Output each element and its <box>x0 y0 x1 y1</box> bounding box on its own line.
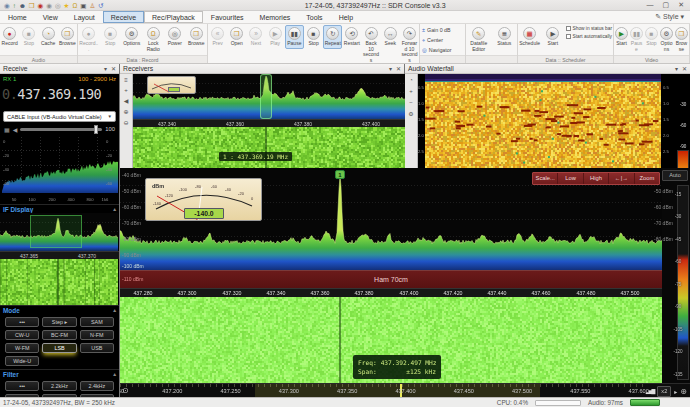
mode-button-wide-u[interactable]: Wide-U <box>5 356 39 366</box>
mode-button-bc-fm[interactable]: BC-FM <box>42 330 76 340</box>
zoom-in-icon[interactable]: + <box>409 88 413 94</box>
ribbon-button-cache[interactable]: ◔Cache <box>39 25 58 49</box>
ribbon-button-stop[interactable]: ■Stop <box>100 25 122 49</box>
ribbon-button-back-10-seconds[interactable]: ↶Back 10 seconds <box>362 25 381 65</box>
mode-button-sam[interactable]: SAM <box>80 317 114 327</box>
maximize-button[interactable]: ▢ <box>663 1 670 9</box>
favourite-icon[interactable]: ★ <box>64 2 70 9</box>
ribbon-button-pause[interactable]: ▮▮Pause <box>629 25 644 54</box>
tab-rec-playback[interactable]: Rec/Playback <box>144 11 203 23</box>
tab-receive[interactable]: Receive <box>103 11 144 23</box>
ribbon-button-seek[interactable]: ↔Seek <box>381 25 400 49</box>
spectrum-button--[interactable]: ←|→ <box>609 173 634 184</box>
filter-button--[interactable]: ••• <box>5 381 39 391</box>
style-button[interactable]: ✎ Style ▾ <box>649 11 690 23</box>
collapse-icon[interactable]: ▴ <box>113 206 116 212</box>
collapse-icon[interactable]: ▴ <box>113 371 116 377</box>
settings-icon[interactable]: ⚙ <box>408 110 413 117</box>
spectrum-toggle-icon[interactable]: ▦ <box>4 126 10 133</box>
checkbox-start-automatically[interactable]: Start automatically <box>566 34 612 39</box>
audio-mute-icon[interactable]: ◀ <box>124 97 129 104</box>
user-icon[interactable]: ♙ <box>89 2 95 9</box>
expand-icon[interactable]: ▸ <box>674 388 677 395</box>
lock-icon[interactable]: Ω <box>72 2 77 9</box>
spectrum-button-high[interactable]: High <box>584 173 609 184</box>
tab-view[interactable]: View <box>35 11 66 23</box>
zoom-in-icon[interactable]: ⊕ <box>123 108 128 115</box>
ribbon-button-center[interactable]: ⌖Center <box>420 36 465 45</box>
upload-icon[interactable]: ↑ <box>13 2 16 9</box>
ribbon-button-forward-10-seconds[interactable]: ↷Forward 10 seconds <box>400 25 419 65</box>
if-spectrum[interactable] <box>0 213 119 251</box>
receiver-waterfall[interactable] <box>133 127 405 168</box>
spectrum-button-low[interactable]: Low <box>558 173 583 184</box>
ribbon-button-start[interactable]: ▶Start <box>541 25 564 49</box>
collapse-icon[interactable]: ▴ <box>113 307 116 313</box>
ribbon-button-next[interactable]: »Next <box>246 25 265 49</box>
ribbon-button-status[interactable]: ≣Status <box>492 25 518 49</box>
ribbon-button-stop[interactable]: ■Stop <box>644 25 659 49</box>
tab-home[interactable]: Home <box>0 11 35 23</box>
ribbon-button-datafile-editor[interactable]: ✎Datafile Editor <box>466 25 492 54</box>
ribbon-button-lock-radio[interactable]: ΩLock Radio <box>143 25 165 54</box>
if-waterfall[interactable] <box>0 259 118 305</box>
filter-button-2.4khz[interactable]: 2.4kHz <box>80 381 114 391</box>
ribbon-button-power[interactable]: ◎Power <box>164 25 186 49</box>
zoom-out-icon[interactable]: ⊖ <box>123 119 128 126</box>
add-receiver-icon[interactable]: + <box>124 87 128 93</box>
mode-button-w-fm[interactable]: W-FM <box>5 343 39 353</box>
ribbon-button-stop[interactable]: ■Stop <box>304 25 323 49</box>
zoom-factor-button[interactable]: x2 <box>657 386 671 397</box>
main-frequency-scale[interactable]: 437.280437.300437.320437.340437.360437.3… <box>120 288 662 297</box>
tab-favourites[interactable]: Favourites <box>203 11 252 23</box>
tuning-marker[interactable] <box>260 74 272 119</box>
ribbon-button-browse[interactable]: ❐Browse <box>674 25 689 54</box>
volume-slider-thumb[interactable] <box>94 125 98 134</box>
mode-button-cw-u[interactable]: CW-U <box>5 330 39 340</box>
app-logo[interactable]: ◉ <box>4 2 10 9</box>
frequency-display[interactable]: 0.437.369.190 <box>2 83 117 102</box>
spectrum-button-scale-[interactable]: Scale... <box>533 173 558 184</box>
add-icon[interactable]: ⊕ <box>680 387 687 396</box>
ribbon-button-options[interactable]: ⚙Options <box>659 25 674 54</box>
menu-icon[interactable]: ≡ <box>124 77 128 83</box>
audio-waterfall-display[interactable] <box>425 74 661 168</box>
ribbon-button-open[interactable]: ❐Open <box>227 25 246 49</box>
ribbon-button-repeat[interactable]: ↻Repeat <box>323 25 342 49</box>
history-icon[interactable]: ◔ <box>409 77 413 83</box>
audio-spectrum[interactable]: 00-20-20-40-40-60-60501002004008001k6 <box>2 135 117 204</box>
minimize-button[interactable]: — <box>647 1 654 9</box>
checkbox-show-in-status-bar[interactable]: Show in status bar <box>566 26 612 31</box>
ribbon-button-options[interactable]: ⚙Options <box>121 25 143 49</box>
mode-button-lsb[interactable]: LSB <box>42 343 76 353</box>
ribbon-button-play[interactable]: ▶Play <box>266 25 285 49</box>
folder-icon[interactable]: ❐ <box>29 2 35 9</box>
mode-button-step-[interactable]: Step ▸ <box>42 317 76 327</box>
mode-button-n-fm[interactable]: N-FM <box>80 330 114 340</box>
close-icon[interactable]: ✕ <box>682 65 687 72</box>
tab-memories[interactable]: Memories <box>252 11 299 23</box>
ribbon-button-stop[interactable]: ■Stop <box>19 25 38 49</box>
mode-button--[interactable]: ••• <box>5 317 39 327</box>
zoom-out-icon[interactable]: − <box>409 99 413 105</box>
auto-scale-button[interactable]: Auto <box>662 170 688 181</box>
close-button[interactable]: ✕ <box>678 1 684 9</box>
tab-tools[interactable]: Tools <box>298 11 330 23</box>
ribbon-button-schedule[interactable]: ▦Schedule <box>518 25 541 49</box>
power-icon[interactable]: ◎ <box>55 2 61 9</box>
panel-dock-icon[interactable]: ▾ <box>389 65 392 72</box>
speaker-icon[interactable]: ◀ <box>13 126 18 133</box>
ribbon-button-pause[interactable]: ▮▮Pause <box>285 25 304 49</box>
volume-slider[interactable] <box>20 128 102 131</box>
ribbon-button-browse[interactable]: ❐Browse <box>58 25 77 49</box>
play-icon[interactable]: ◉ <box>46 2 52 9</box>
spectrum-button-zoom[interactable]: Zoom <box>635 173 659 184</box>
audio-device-dropdown[interactable]: CABLE Input (VB-Audio Virtual Cable)▼ <box>3 111 116 122</box>
ribbon-button-gain-0-db[interactable]: ±Gain 0 dB <box>420 26 465 34</box>
tab-layout[interactable]: Layout <box>66 11 103 23</box>
record-icon[interactable]: ◉ <box>38 2 44 9</box>
users-icon[interactable]: ☻ <box>19 2 26 9</box>
ribbon-button-record-[interactable]: ●Record... <box>78 25 100 54</box>
close-icon[interactable]: ✕ <box>111 65 116 72</box>
panel-dock-icon[interactable]: ▾ <box>675 65 678 72</box>
